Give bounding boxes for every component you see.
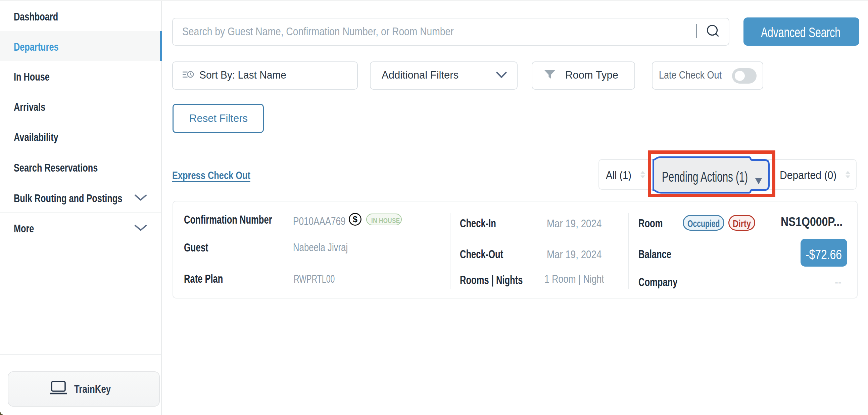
svg-text:$: $ <box>353 214 358 224</box>
